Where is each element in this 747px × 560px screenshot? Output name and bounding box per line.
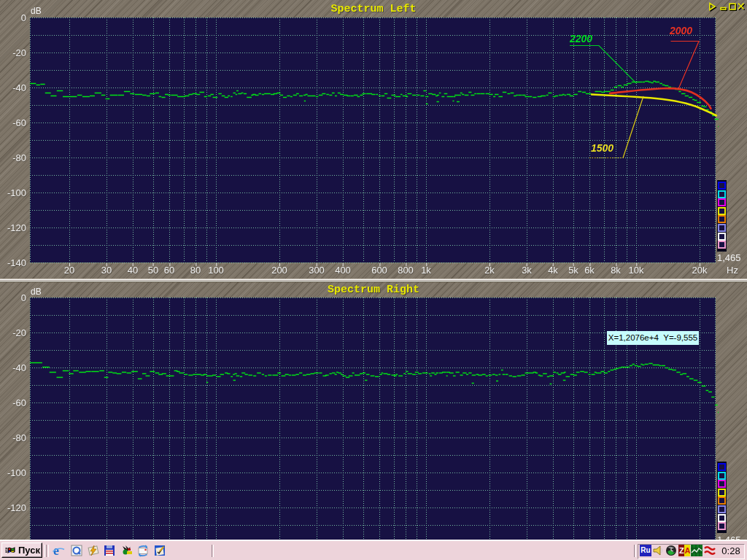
svg-text:Z: Z	[679, 546, 684, 555]
svg-text:1500: 1500	[591, 142, 614, 154]
svg-text:2000: 2000	[669, 25, 692, 36]
svg-text:2200: 2200	[569, 33, 592, 44]
svg-text:A: A	[685, 546, 691, 555]
